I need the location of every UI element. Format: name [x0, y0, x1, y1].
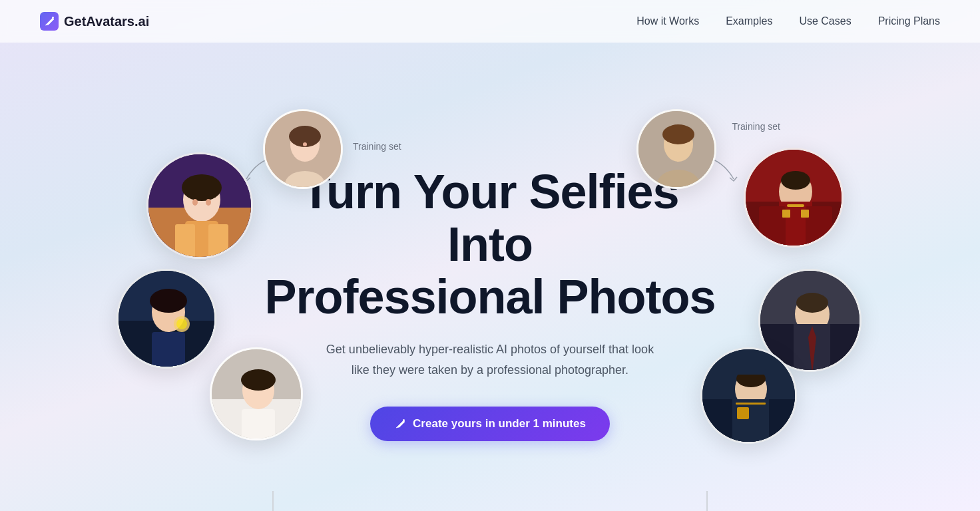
bottom-dividers: [0, 491, 980, 511]
training-label-right: Training set: [732, 121, 780, 132]
nav-item-use-cases[interactable]: Use Cases: [799, 15, 851, 27]
cta-button[interactable]: Create yours in under 1 minutes: [370, 407, 610, 441]
avatar-left-large: [146, 152, 253, 259]
svg-rect-37: [759, 206, 786, 248]
divider-right: [706, 491, 708, 511]
svg-point-22: [176, 319, 187, 329]
nav-item-pricing[interactable]: Pricing Plans: [878, 15, 940, 27]
svg-rect-20: [152, 332, 185, 369]
svg-point-6: [303, 142, 307, 146]
svg-rect-15: [208, 224, 228, 259]
avatar-top-left-small: [263, 109, 343, 189]
svg-rect-27: [242, 409, 275, 440]
divider-left: [272, 491, 274, 511]
nav-logo[interactable]: GetAvatars.ai: [40, 12, 149, 31]
nav-links: How it Works Examples Use Cases Pricing …: [636, 15, 940, 27]
nav-link-how-it-works[interactable]: How it Works: [636, 15, 699, 27]
svg-rect-57: [737, 407, 749, 419]
svg-point-12: [206, 199, 211, 206]
svg-point-0: [52, 17, 54, 19]
svg-rect-41: [801, 210, 809, 218]
training-label-left: Training set: [353, 141, 401, 152]
hero-title: Turn Your Selfies Into Professional Phot…: [257, 166, 723, 324]
avatar-right-large: [744, 148, 844, 248]
svg-rect-55: [736, 369, 766, 375]
pencil-icon: [394, 418, 406, 430]
hero-subtitle: Get unbelievably hyper-realistic AI phot…: [317, 339, 663, 380]
nav-link-use-cases[interactable]: Use Cases: [799, 15, 851, 27]
svg-rect-38: [806, 206, 832, 248]
logo-text: GetAvatars.ai: [64, 14, 149, 29]
svg-point-10: [182, 174, 222, 201]
svg-point-45: [796, 293, 828, 313]
nav-item-how-it-works[interactable]: How it Works: [636, 15, 699, 27]
avatar-right-bottom: [700, 347, 797, 444]
svg-point-26: [241, 369, 276, 391]
navbar: GetAvatars.ai How it Works Examples Use …: [0, 0, 980, 43]
avatar-left-mid: [117, 269, 216, 369]
svg-point-11: [192, 199, 198, 206]
hero-section: Turn Your Selfies Into Professional Phot…: [0, 43, 980, 511]
nav-link-pricing[interactable]: Pricing Plans: [878, 15, 940, 27]
svg-point-19: [150, 289, 187, 313]
svg-rect-54: [732, 399, 769, 444]
svg-rect-14: [175, 224, 195, 259]
avatar-left-bottom: [210, 347, 303, 440]
nav-link-examples[interactable]: Examples: [726, 15, 772, 27]
svg-point-35: [781, 171, 810, 190]
logo-icon: [40, 12, 59, 31]
nav-item-examples[interactable]: Examples: [726, 15, 772, 27]
svg-rect-39: [787, 204, 804, 207]
svg-rect-40: [782, 210, 790, 218]
avatar-top-right-small: [636, 109, 716, 189]
svg-point-1: [403, 419, 405, 421]
svg-point-30: [662, 124, 694, 144]
svg-rect-56: [736, 403, 766, 405]
